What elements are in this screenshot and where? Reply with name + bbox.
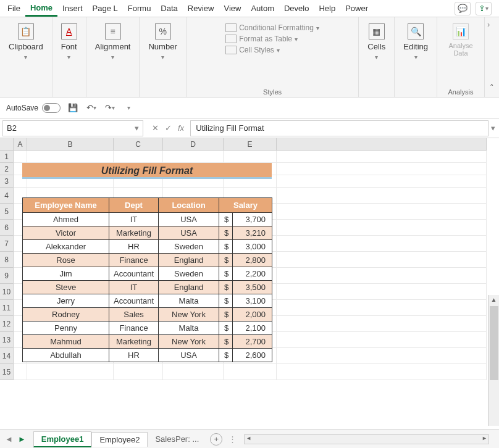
cell-loc[interactable]: New York [159,308,219,321]
row-header[interactable]: 9 [0,268,14,284]
cell-salary[interactable]: 2,000 [233,308,272,321]
cell-name[interactable]: Alekxander [23,240,109,254]
cell-currency[interactable]: $ [219,308,233,321]
editing-button[interactable]: 🔍 Editing ▾ [400,21,432,63]
cell-salary[interactable]: 2,800 [233,254,272,267]
format-as-table-button[interactable]: Format as Table▾ [225,35,319,43]
row-header[interactable]: 1 [0,151,14,163]
scrollbar-thumb[interactable] [490,306,498,380]
sheet-nav-next[interactable]: ► [18,434,26,444]
row-header[interactable]: 12 [0,316,14,332]
tab-formulas[interactable]: Formu [123,1,156,15]
table-row[interactable]: AbdullahHRUSA$2,600 [23,349,272,362]
cell-dept[interactable]: Finance [109,254,159,267]
cell-salary[interactable]: 2,100 [233,321,272,335]
row-header[interactable]: 2 [0,163,14,175]
cell-dept[interactable]: Marketing [109,335,159,349]
cell-salary[interactable]: 3,000 [233,240,272,254]
cell-dept[interactable]: Marketing [109,226,159,240]
formula-input[interactable]: Utilizing Fill Format [190,120,489,136]
th-dept[interactable]: Dept [109,198,159,213]
cell-loc[interactable]: Malta [159,294,219,308]
cell-name[interactable]: Jim [23,267,109,281]
tab-view[interactable]: View [219,1,246,15]
confirm-icon[interactable]: ✓ [165,123,172,133]
row-header[interactable]: 14 [0,348,14,364]
cell-name[interactable]: Ahmed [23,213,109,226]
tab-review[interactable]: Review [183,1,219,15]
cell-salary[interactable]: 3,210 [233,226,272,240]
row-header[interactable]: 3 [0,175,14,188]
cell-dept[interactable]: Sales [109,308,159,321]
cell-name[interactable]: Steve [23,281,109,294]
row-header[interactable]: 6 [0,220,14,236]
cell-name[interactable]: Mahmud [23,335,109,349]
cell-salary[interactable]: 3,100 [233,294,272,308]
cell-currency[interactable]: $ [219,226,233,240]
table-row[interactable]: MahmudMarketingNew York$2,700 [23,335,272,349]
table-row[interactable]: RodneySalesNew York$2,000 [23,308,272,321]
cell-loc[interactable]: Sweden [159,267,219,281]
font-button[interactable]: A Font ▾ [57,21,81,63]
col-header-d[interactable]: D [163,138,224,151]
tab-insert[interactable]: Insert [57,1,88,15]
cell-loc[interactable]: Malta [159,321,219,335]
cell-dept[interactable]: IT [109,281,159,294]
cell-loc[interactable]: England [159,254,219,267]
cell-name[interactable]: Abdullah [23,349,109,362]
vertical-scrollbar[interactable]: ▲ ▼ [488,295,499,426]
cells-button[interactable]: ▦ Cells ▾ [364,21,389,63]
th-location[interactable]: Location [159,198,219,213]
expand-formula-bar-button[interactable]: ▾ [491,123,499,133]
cell-name[interactable]: Jerry [23,294,109,308]
sheet-tab-employee1[interactable]: Employee1 [33,431,92,447]
cell-currency[interactable]: $ [219,321,233,335]
tab-data[interactable]: Data [156,1,182,15]
row-header[interactable]: 11 [0,300,14,316]
col-header-e[interactable]: E [224,138,277,151]
cell-currency[interactable]: $ [219,281,233,294]
table-row[interactable]: PennyFinanceMalta$2,100 [23,321,272,335]
alignment-button[interactable]: ≡ Alignment ▾ [91,21,135,63]
row-header[interactable]: 8 [0,252,14,268]
tab-power[interactable]: Power [340,1,373,15]
th-employee-name[interactable]: Employee Name [23,198,109,213]
sheet-tab-employee2[interactable]: Employee2 [91,432,148,447]
cell-loc[interactable]: USA [159,213,219,226]
cell-currency[interactable]: $ [219,349,233,362]
qat-customize-button[interactable]: ▾ [122,102,135,114]
row-header[interactable]: 15 [0,364,14,380]
row-header[interactable]: 13 [0,332,14,348]
name-box[interactable]: B2 ▾ [2,120,143,136]
sheet-tab-salesper[interactable]: SalesPer: ... [148,432,206,446]
collapse-ribbon-button[interactable]: ˄ [487,80,497,94]
col-header-c[interactable]: C [114,138,163,151]
table-row[interactable]: SteveITEngland$3,500 [23,281,272,294]
cell-dept[interactable]: Accountant [109,267,159,281]
cell-dept[interactable]: HR [109,240,159,254]
redo-button[interactable]: ↷▾ [104,102,116,114]
add-sheet-button[interactable]: + [210,433,222,446]
tab-help[interactable]: Help [314,1,340,15]
cell-currency[interactable]: $ [219,213,233,226]
cell-name[interactable]: Victor [23,226,109,240]
row-header[interactable]: 10 [0,284,14,300]
clipboard-button[interactable]: 📋 Clipboard ▾ [5,21,47,63]
row-header[interactable]: 4 [0,188,14,204]
title-banner[interactable]: Utilizing Fill Format [22,163,272,179]
undo-button[interactable]: ↶▾ [85,102,98,114]
table-row[interactable]: AhmedITUSA$3,700 [23,213,272,226]
cell-currency[interactable]: $ [219,240,233,254]
cell-dept[interactable]: HR [109,349,159,362]
cell-currency[interactable]: $ [219,335,233,349]
cancel-icon[interactable]: ✕ [152,123,159,133]
tab-home[interactable]: Home [25,1,57,17]
comments-button[interactable]: 💬 [455,2,471,15]
cell-salary[interactable]: 2,200 [233,267,272,281]
table-row[interactable]: RoseFinanceEngland$2,800 [23,254,272,267]
cell-name[interactable]: Rodney [23,308,109,321]
sheet-nav-prev[interactable]: ◄ [5,434,13,444]
cell-loc[interactable]: USA [159,226,219,240]
cell-dept[interactable]: Accountant [109,294,159,308]
cell-name[interactable]: Penny [23,321,109,335]
